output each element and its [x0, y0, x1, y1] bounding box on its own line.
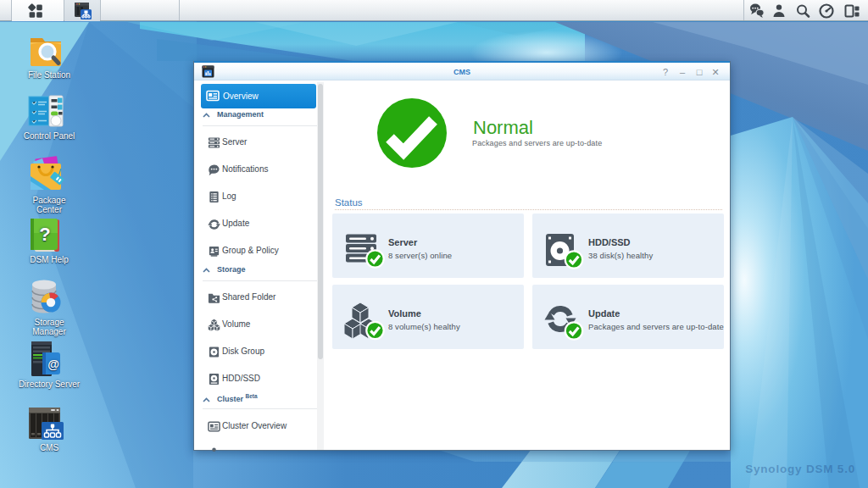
svg-text:@: @	[47, 358, 59, 371]
svg-text:?: ?	[39, 224, 50, 245]
